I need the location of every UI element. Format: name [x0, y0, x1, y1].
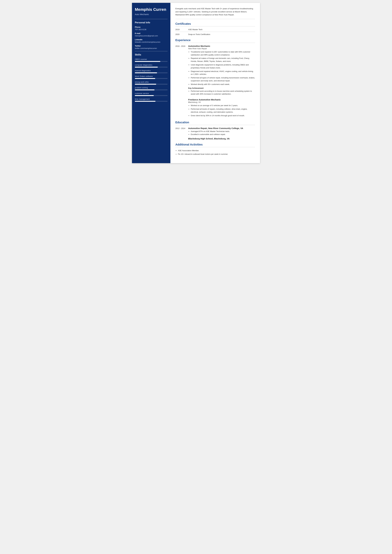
twitter-label: Twitter — [135, 45, 168, 47]
skill-bar-fill — [135, 72, 157, 73]
phone-label: Phone — [135, 26, 168, 28]
job-content: Automotive Mechanic New River Auto Repai… — [188, 45, 255, 96]
education-list: 2012 - 2014 Automotive Repair, New River… — [175, 127, 255, 140]
skill-name: OBD2 scanner — [135, 58, 168, 60]
cert-name: Snap-on Tools Certification — [188, 33, 210, 35]
main-content: Energetic auto mechanic and ASE Master T… — [170, 3, 260, 163]
skill-item: time management — [135, 98, 168, 102]
skill-name: customer service — [135, 92, 168, 94]
linkedin-label: LinkedIn — [135, 39, 168, 41]
email-block: E-mail memphiscurren@gmail.com — [135, 32, 168, 37]
skill-bar-fill — [135, 84, 156, 85]
personal-info-heading: Personal Info — [135, 19, 168, 24]
additional-heading: Additional Activities — [175, 143, 255, 147]
skill-name: manual diagnostics — [135, 70, 168, 72]
skill-bar-fill — [135, 78, 155, 79]
bullet-item: Worked directly with 50+ customers each … — [191, 83, 255, 86]
job-company: Blacksburg, VA — [188, 101, 255, 103]
skill-item: manual diagnostics — [135, 70, 168, 73]
edu-bullets-list: Averaged 87% on ASE Master Technician te… — [188, 130, 255, 136]
achievement-bullets-list: Performed work according to in-house rea… — [188, 90, 255, 96]
bullet-item: Performed all types of vehicle repair, i… — [191, 76, 255, 82]
job-company: New River Auto Repair — [188, 48, 255, 50]
resume-container: Memphis Curren Auto Mechanic Personal In… — [132, 3, 260, 163]
candidate-title: Auto Mechanic — [135, 13, 168, 15]
job-dates: 2016 - 2019 — [175, 45, 185, 96]
skill-bar-fill — [135, 67, 158, 68]
skills-heading: Skills — [135, 51, 168, 56]
skill-item: strong work ethic — [135, 81, 168, 85]
additional-list: ASE Association Member.Fix 10+ inboard &… — [175, 149, 255, 156]
skill-item: computer diagnostics — [135, 64, 168, 68]
edu-title: Automotive Repair, New River Community C… — [188, 127, 255, 129]
bullet-item: Grew client list by 30% in 14 months thr… — [191, 114, 255, 117]
sidebar: Memphis Curren Auto Mechanic Personal In… — [132, 3, 170, 163]
skill-bar-fill — [135, 90, 154, 90]
linkedin-block: LinkedIn linkedin.com/in/memphiscurren — [135, 39, 168, 43]
skill-item: customer service — [135, 92, 168, 96]
skill-name: problem solving — [135, 87, 168, 89]
cert-row: 2019 ASE Master Tech — [175, 28, 255, 31]
certificates-section: Certificates 2019 ASE Master Tech 2020 S… — [175, 22, 255, 35]
job-bullets: Troubleshot and repaired 3,100+ automobi… — [188, 50, 255, 86]
phone-block: Phone 757-303-0136 — [135, 26, 168, 31]
jobs-list: 2016 - 2019 Automotive Mechanic New Rive… — [175, 45, 255, 118]
skill-bar-background — [135, 90, 168, 90]
skill-name: computer diagnostics — [135, 64, 168, 66]
experience-section: Experience 2016 - 2019 Automotive Mechan… — [175, 39, 255, 118]
skill-bar-fill — [135, 95, 154, 96]
phone-value: 757-303-0136 — [135, 28, 168, 31]
education-section: Education 2012 - 2014 Automotive Repair,… — [175, 121, 255, 140]
cert-year: 2020 — [175, 33, 185, 35]
cert-year: 2019 — [175, 28, 185, 31]
additional-section: Additional Activities ASE Association Me… — [175, 143, 255, 156]
skill-item: Work Orders software — [135, 75, 168, 79]
summary-text: Energetic auto mechanic and ASE Master T… — [175, 7, 255, 19]
candidate-name: Memphis Curren — [135, 7, 168, 12]
twitter-block: Twitter twitter.com/memphiscurren — [135, 45, 168, 49]
edu-dates: 2012 - 2014 — [175, 127, 185, 140]
linkedin-value: linkedin.com/in/memphiscurren — [135, 41, 168, 43]
edu-bullet: Excelled in automobile and collision rep… — [191, 133, 255, 136]
skill-bar-fill — [135, 101, 155, 102]
certificates-heading: Certificates — [175, 22, 255, 27]
additional-bullet-item: Fix 10+ inboard & outboard boat motors p… — [178, 153, 255, 156]
bullet-item: Repaired all makes of foreign and domest… — [191, 57, 255, 63]
experience-heading: Experience — [175, 39, 255, 43]
bullet-item: Troubleshot and repaired 3,100+ automobi… — [191, 50, 255, 56]
key-achievement-label: Key Achievement — [188, 87, 255, 89]
skill-bar-background — [135, 72, 168, 73]
cert-name: ASE Master Tech — [188, 28, 203, 31]
skill-bar-background — [135, 78, 168, 79]
bullet-item: Used diagnostic equipment to diagnose pr… — [191, 63, 255, 70]
job-dates — [175, 98, 185, 118]
job-bullets: Worked on an average of 3 vehicles per w… — [188, 104, 255, 117]
education-heading: Education — [175, 121, 255, 125]
edu-content: Automotive Repair, New River Community C… — [188, 127, 255, 140]
skill-name: time management — [135, 98, 168, 100]
skill-bar-background — [135, 95, 168, 96]
bullet-item: Worked on an average of 3 vehicles per w… — [191, 104, 255, 107]
skill-bar-background — [135, 67, 168, 68]
education-entry: 2012 - 2014 Automotive Repair, New River… — [175, 127, 255, 140]
job-entry: Freelance Automotive Mechanic Blacksburg… — [175, 98, 255, 118]
achievement-bullet: Performed work according to in-house rea… — [191, 90, 255, 96]
skill-bar-background — [135, 84, 168, 85]
skill-item: OBD2 scanner — [135, 58, 168, 62]
cert-row: 2020 Snap-on Tools Certification — [175, 33, 255, 35]
twitter-value: twitter.com/memphiscurren — [135, 47, 168, 49]
job-content: Freelance Automotive Mechanic Blacksburg… — [188, 98, 255, 118]
skill-bar-background — [135, 61, 168, 62]
job-title: Automotive Mechanic — [188, 45, 255, 47]
email-label: E-mail — [135, 32, 168, 35]
email-value: memphiscurren@gmail.com — [135, 35, 168, 37]
skill-item: problem solving — [135, 87, 168, 90]
additional-bullet-item: ASE Association Member. — [178, 149, 255, 152]
job-entry: 2016 - 2019 Automotive Mechanic New Rive… — [175, 45, 255, 96]
bullet-item: Diagnosed and repaired electrical, HVAC,… — [191, 70, 255, 76]
skills-list: OBD2 scanner computer diagnostics manual… — [135, 58, 168, 102]
job-title: Freelance Automotive Mechanic — [188, 98, 255, 101]
skill-bar-fill — [135, 61, 160, 62]
edu-bullet: Averaged 87% on ASE Master Technician te… — [191, 130, 255, 133]
edu-extra-title: Blacksburg High School, Blacksburg, VA — [188, 137, 255, 140]
